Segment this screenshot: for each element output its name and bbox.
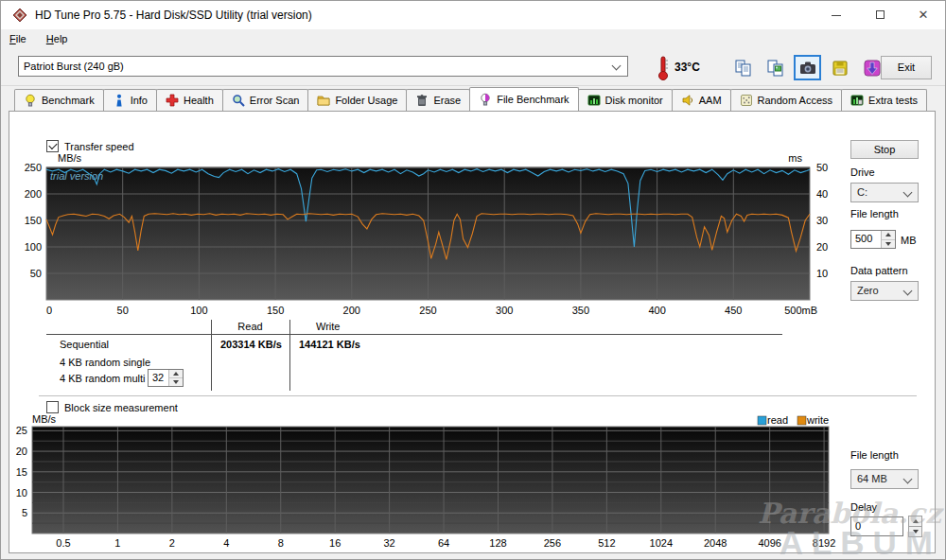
drive-combobox[interactable]: C: — [850, 183, 919, 202]
table-header-write: Write — [316, 321, 340, 332]
drive-value: C: — [857, 186, 867, 198]
file-benchmark-panel — [9, 111, 936, 553]
folder-icon — [317, 94, 330, 107]
random-multi-updown[interactable] — [168, 370, 183, 386]
tab-label: Extra tests — [868, 95, 918, 106]
spin-up-button[interactable] — [169, 370, 183, 378]
drive-select-value: Patriot Burst (240 gB) — [24, 61, 124, 72]
menu-help[interactable]: Help — [38, 29, 77, 48]
extra-tests-icon — [850, 94, 864, 107]
file-length2-value: 64 MB — [857, 473, 887, 484]
stop-button[interactable]: Stop — [850, 140, 919, 159]
drive-label: Drive — [850, 166, 875, 178]
disk-monitor-icon — [587, 94, 601, 107]
sequential-read-value: 203314 KB/s — [220, 339, 282, 350]
tab-bar: BenchmarkInfoHealthError ScanFolder Usag… — [14, 89, 926, 112]
delay-value: 0 — [851, 517, 902, 535]
table-divider-vertical-2 — [289, 320, 290, 391]
window-title: HD Tune Pro 5.75 - Hard Disk/SSD Utility… — [35, 1, 312, 29]
info-icon — [113, 94, 126, 107]
tab-info[interactable]: Info — [103, 89, 157, 111]
block-size-label: Block size measurement — [64, 402, 178, 413]
spin-up-button[interactable] — [908, 516, 922, 526]
delay-label: Delay — [850, 501, 877, 513]
tab-label: File Benchmark — [497, 94, 569, 105]
spin-down-button[interactable] — [169, 378, 183, 386]
tab-label: Info — [131, 95, 148, 106]
tab-file-benchmark[interactable]: File Benchmark — [469, 87, 578, 111]
app-icon — [12, 8, 27, 23]
copy-pages-icon — [734, 59, 753, 78]
health-cross-icon — [166, 94, 179, 107]
sequential-write-value: 144121 KB/s — [299, 339, 360, 350]
data-pattern-combobox[interactable]: Zero — [850, 281, 919, 301]
copy-text-button[interactable] — [729, 55, 757, 80]
menu-file[interactable]: File — [1, 29, 35, 48]
tab-label: Benchmark — [42, 95, 95, 106]
tab-benchmark[interactable]: Benchmark — [14, 89, 104, 111]
table-divider-horizontal — [46, 334, 782, 335]
tab-random-access[interactable]: Random Access — [730, 89, 842, 111]
camera-icon — [798, 59, 817, 78]
random-multi-value: 32 — [149, 370, 168, 386]
delay-updown[interactable] — [908, 516, 922, 537]
tab-health[interactable]: Health — [156, 89, 223, 111]
table-row-label: Sequential — [60, 339, 109, 350]
chevron-down-icon — [903, 475, 913, 484]
copy-image-icon — [766, 59, 785, 78]
data-pattern-label: Data pattern — [850, 265, 908, 276]
chevron-down-icon — [612, 61, 622, 71]
title-bar: HD Tune Pro 5.75 - Hard Disk/SSD Utility… — [1, 1, 945, 29]
thermometer-icon — [656, 55, 671, 81]
table-row-label: 4 KB random multi — [60, 373, 145, 384]
file-length-value: 500 — [851, 231, 881, 248]
save-results-button[interactable] — [826, 55, 853, 80]
magnifier-icon — [232, 94, 245, 107]
minimize-button[interactable] — [815, 1, 858, 29]
file-length-updown[interactable] — [881, 231, 895, 248]
save-icon — [831, 59, 850, 78]
tab-erase[interactable]: Erase — [406, 89, 470, 111]
tab-label: Folder Usage — [335, 95, 397, 106]
section-divider — [39, 395, 917, 396]
tab-error-scan[interactable]: Error Scan — [222, 89, 309, 111]
tab-label: Random Access — [758, 95, 832, 106]
random-multi-spinner[interactable]: 32 — [148, 369, 184, 387]
tab-label: AAM — [699, 95, 722, 106]
chevron-down-icon — [903, 287, 913, 296]
tab-aam[interactable]: AAM — [672, 89, 731, 111]
app-window: HD Tune Pro 5.75 - Hard Disk/SSD Utility… — [0, 0, 946, 560]
chevron-down-icon — [903, 188, 913, 198]
transfer-speed-checkbox[interactable] — [46, 140, 59, 152]
file-length2-label: File length — [850, 449, 899, 461]
toolbar: Patriot Burst (240 gB) 33°C — [1, 50, 945, 86]
download-arrow-icon — [863, 59, 882, 78]
spin-down-button[interactable] — [882, 240, 895, 249]
file-length-spinner[interactable]: 500 — [850, 230, 896, 249]
temperature-readout: 33°C — [674, 61, 700, 74]
menu-bar: File Help — [1, 29, 945, 50]
spin-down-button[interactable] — [908, 526, 922, 537]
block-size-checkbox[interactable] — [46, 401, 59, 413]
spin-up-button[interactable] — [882, 231, 895, 240]
tab-label: Error Scan — [250, 95, 300, 106]
close-button[interactable]: ✕ — [902, 1, 945, 29]
tab-folder-usage[interactable]: Folder Usage — [307, 89, 407, 111]
drive-select-combobox[interactable]: Patriot Burst (240 gB) — [18, 56, 628, 77]
maximize-button[interactable] — [858, 1, 902, 29]
exit-button[interactable]: Exit — [881, 56, 932, 79]
random-icon — [740, 94, 753, 107]
file-length2-combobox[interactable]: 64 MB — [850, 469, 919, 489]
bulb-purple-icon — [479, 93, 492, 106]
delay-input[interactable]: 0 — [850, 516, 903, 536]
copy-image-button[interactable] — [762, 55, 789, 80]
tab-extra-tests[interactable]: Extra tests — [841, 89, 927, 111]
bulb-yellow-icon — [24, 94, 37, 107]
trash-icon — [415, 94, 429, 107]
tab-label: Disk monitor — [605, 95, 663, 106]
tab-label: Health — [184, 95, 214, 106]
data-pattern-value: Zero — [857, 285, 879, 296]
tab-label: Erase — [433, 95, 461, 106]
tab-disk-monitor[interactable]: Disk monitor — [578, 89, 673, 111]
screenshot-button[interactable] — [794, 55, 821, 80]
